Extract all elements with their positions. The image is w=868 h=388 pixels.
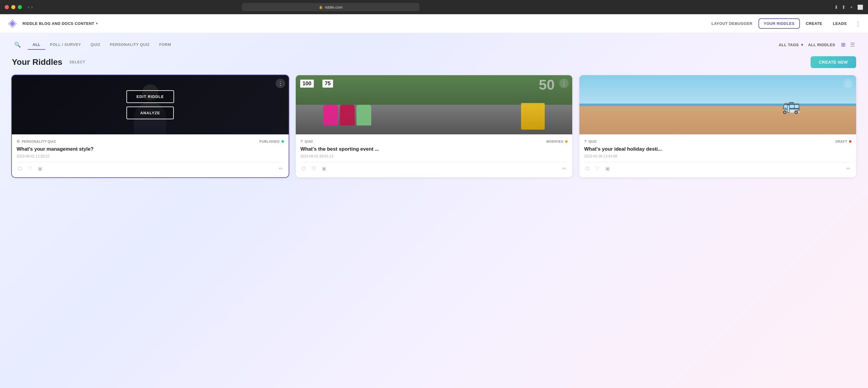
riddle-card-2[interactable]: 100 75 50 ⋮ — [296, 75, 572, 177]
card-2-date: 2023-06-01 09:01:13 — [301, 154, 568, 158]
workspace-name[interactable]: RIDDLE BLOG AND DOCS CONTENT ▾ — [23, 21, 98, 26]
tabs-button[interactable]: ⬜ — [857, 4, 863, 10]
like-icon-2[interactable]: ♡ — [311, 165, 317, 172]
download-button[interactable]: ⬇ — [834, 4, 838, 10]
stats-icon-3[interactable]: ▣ — [604, 165, 611, 172]
holiday-van-icon: 🚌 — [781, 98, 801, 113]
grid-view-button[interactable]: ⊞ — [840, 40, 847, 49]
card-1-type-row: ⊙ PERSONALITY QUIZ PUBLISHED — [17, 139, 284, 143]
like-icon-3[interactable]: ♡ — [594, 165, 601, 172]
card-3-date: 2023-05-26 13:44:58 — [584, 154, 851, 158]
analyze-button-1[interactable]: ANALYZE — [126, 106, 174, 119]
workspace-chevron-icon: ▾ — [96, 22, 98, 26]
edit-icon-3[interactable]: ✏ — [845, 165, 851, 172]
status-dot-draft — [849, 140, 851, 143]
card-2-action-group: ⬡ ♡ ▣ — [301, 165, 328, 172]
card-1-image: EDIT RIDDLE ANALYZE ⋮ — [12, 75, 289, 134]
new-tab-button[interactable]: ＋ — [849, 4, 854, 10]
riddle-card-3[interactable]: 🚌 ⋮ ? QUIZ DRAFT Wh — [579, 75, 856, 177]
tab-quiz[interactable]: QUIZ — [86, 40, 105, 50]
select-button[interactable]: SELECT — [69, 60, 85, 64]
card-3-info: ? QUIZ DRAFT What's your ideal holiday d… — [579, 134, 856, 177]
riddle-logo-icon — [7, 18, 18, 29]
holiday-scene: 🚌 — [579, 75, 856, 134]
share-icon-1[interactable]: ⬡ — [17, 165, 23, 172]
card-2-actions: ⬡ ♡ ▣ ✏ — [301, 162, 568, 172]
card-2-type-row: ? QUIZ MODIFIED — [301, 139, 568, 143]
personality-quiz-icon: ⊙ — [17, 139, 20, 143]
all-riddles-filter[interactable]: ALL RIDDLES — [808, 43, 835, 47]
tab-personality-quiz[interactable]: PERSONALITY QUIZ — [105, 40, 155, 50]
filter-tabs: ALL POLL / SURVEY QUIZ PERSONALITY QUIZ … — [28, 40, 176, 50]
card-1-status: PUBLISHED — [260, 140, 284, 143]
filter-bar: 🔍 ALL POLL / SURVEY QUIZ PERSONALITY QUI… — [0, 33, 868, 56]
card-3-menu-button[interactable]: ⋮ — [843, 79, 852, 88]
race-banner-75: 75 — [322, 79, 333, 88]
layout-debugger-button[interactable]: LAYOUT DEBUGGER — [707, 19, 757, 28]
card-3-title: What's your ideal holiday desti... — [584, 146, 851, 153]
create-new-button[interactable]: CREATE NEW — [811, 56, 856, 68]
riddle-card-1[interactable]: EDIT RIDDLE ANALYZE ⋮ ⊙ PERSONALITY QUIZ… — [12, 75, 289, 177]
url-text: riddle.com — [325, 5, 343, 9]
card-1-date: 2023-06-01 11:50:22 — [17, 154, 284, 158]
quiz-icon-2: ? — [301, 139, 303, 143]
card-2-image: 100 75 50 ⋮ — [296, 75, 572, 134]
status-dot-modified — [565, 140, 567, 143]
edit-icon-2[interactable]: ✏ — [561, 165, 567, 172]
view-toggle: ⊞ ☰ — [840, 40, 856, 49]
card-2-title: What's the best sporting event ... — [301, 146, 568, 153]
riddles-section: Your Riddles SELECT CREATE NEW — [0, 56, 868, 189]
cycling-scene: 100 75 50 — [296, 75, 572, 134]
address-bar[interactable]: 🔒 riddle.com — [242, 3, 420, 11]
all-tags-dropdown[interactable]: ALL TAGS ▾ — [779, 43, 803, 47]
race-barrier — [521, 103, 545, 130]
card-3-image: 🚌 ⋮ — [579, 75, 856, 134]
your-riddles-button[interactable]: YOUR RIDDLES — [758, 18, 800, 29]
card-3-status: DRAFT — [835, 140, 851, 143]
tab-form[interactable]: FORM — [155, 40, 176, 50]
card-1-type: ⊙ PERSONALITY QUIZ — [17, 139, 56, 143]
quiz-icon-3: ? — [584, 139, 586, 143]
minimize-window-button[interactable] — [11, 5, 16, 9]
leads-button[interactable]: LEADS — [828, 19, 851, 28]
forward-button[interactable]: › — [31, 4, 33, 10]
tab-poll-survey[interactable]: POLL / SURVEY — [45, 40, 86, 50]
tab-all[interactable]: ALL — [28, 40, 45, 50]
search-button[interactable]: 🔍 — [12, 39, 23, 50]
browser-nav-arrows: ‹ › — [28, 4, 33, 10]
back-button[interactable]: ‹ — [28, 4, 29, 10]
more-options-button[interactable]: ⋮ — [855, 20, 861, 27]
share-button[interactable]: ⬆ — [842, 4, 845, 10]
browser-chrome: ‹ › 🔒 riddle.com ⬇ ⬆ ＋ ⬜ — [0, 0, 868, 14]
main-content: 🔍 ALL POLL / SURVEY QUIZ PERSONALITY QUI… — [0, 33, 868, 388]
share-icon-3[interactable]: ⬡ — [584, 165, 591, 172]
share-icon-2[interactable]: ⬡ — [301, 165, 307, 172]
card-1-info: ⊙ PERSONALITY QUIZ PUBLISHED What's your… — [12, 134, 289, 177]
card-2-status: MODIFIED — [547, 140, 568, 143]
card-1-title: What's your management style? — [17, 146, 284, 153]
close-window-button[interactable] — [5, 5, 9, 9]
edit-icon-1[interactable]: ✏ — [278, 165, 284, 172]
race-banner-100: 100 — [300, 79, 314, 88]
card-1-overlay: EDIT RIDDLE ANALYZE — [12, 75, 289, 134]
create-button[interactable]: CREATE — [801, 19, 827, 28]
card-1-action-group: ⬡ ♡ ▣ — [17, 165, 43, 172]
filter-right: ALL TAGS ▾ ALL RIDDLES ⊞ ☰ — [779, 40, 856, 49]
card-1-menu-button[interactable]: ⋮ — [276, 79, 285, 88]
riddles-header: Your Riddles SELECT CREATE NEW — [12, 56, 856, 68]
card-3-actions: ⬡ ♡ ▣ ✏ — [584, 162, 851, 172]
cards-grid: EDIT RIDDLE ANALYZE ⋮ ⊙ PERSONALITY QUIZ… — [12, 75, 856, 177]
race-number-50: 50 — [539, 77, 555, 93]
chevron-down-icon: ▾ — [801, 43, 803, 47]
maximize-window-button[interactable] — [18, 5, 22, 9]
edit-riddle-button-1[interactable]: EDIT RIDDLE — [126, 90, 174, 103]
list-view-button[interactable]: ☰ — [849, 40, 856, 49]
stats-icon-2[interactable]: ▣ — [321, 165, 328, 172]
app-logo[interactable] — [7, 18, 18, 29]
like-icon-1[interactable]: ♡ — [27, 165, 33, 172]
stats-icon-1[interactable]: ▣ — [37, 165, 43, 172]
browser-toolbar-actions: ⬇ ⬆ ＋ ⬜ — [834, 4, 863, 10]
app-header: RIDDLE BLOG AND DOCS CONTENT ▾ LAYOUT DE… — [0, 14, 868, 33]
card-3-action-group: ⬡ ♡ ▣ — [584, 165, 611, 172]
card-2-info: ? QUIZ MODIFIED What's the best sporting… — [296, 134, 572, 177]
